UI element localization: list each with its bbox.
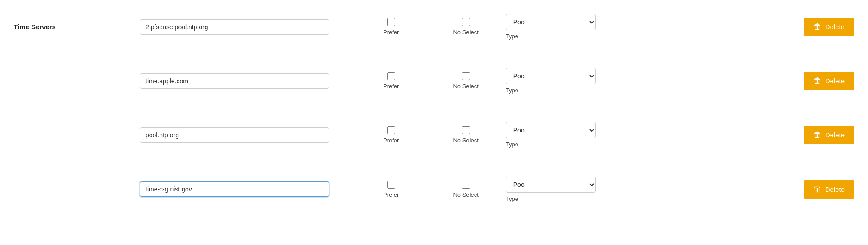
noselect-label: No Select bbox=[453, 137, 478, 144]
delete-col: 🗑Delete bbox=[804, 18, 854, 36]
time-server-row-1: Time ServersPreferNo SelectPoolServerPee… bbox=[0, 0, 868, 54]
checkbox-groups: PreferNo Select bbox=[356, 18, 479, 36]
type-select-3[interactable]: PoolServerPeerBroadcast bbox=[506, 122, 596, 138]
type-label: Type bbox=[506, 33, 596, 40]
prefer-checkbox-2[interactable] bbox=[387, 72, 395, 80]
prefer-checkbox-1[interactable] bbox=[387, 18, 395, 26]
delete-button-3[interactable]: 🗑Delete bbox=[804, 126, 854, 144]
type-label: Type bbox=[506, 87, 596, 94]
type-col: PoolServerPeerBroadcastType bbox=[506, 177, 596, 202]
delete-label: Delete bbox=[825, 186, 845, 193]
type-label: Type bbox=[506, 141, 596, 148]
delete-col: 🗑Delete bbox=[804, 126, 854, 144]
prefer-group: Prefer bbox=[383, 181, 399, 198]
server-input-1[interactable] bbox=[140, 19, 329, 35]
noselect-label: No Select bbox=[453, 83, 478, 90]
time-server-row-2: PreferNo SelectPoolServerPeerBroadcastTy… bbox=[0, 54, 868, 108]
noselect-group: No Select bbox=[453, 18, 478, 36]
type-col: PoolServerPeerBroadcastType bbox=[506, 122, 596, 148]
delete-col: 🗑Delete bbox=[804, 180, 854, 199]
trash-icon: 🗑 bbox=[813, 185, 822, 194]
server-input-col bbox=[140, 181, 329, 197]
prefer-label: Prefer bbox=[383, 29, 399, 36]
server-input-col bbox=[140, 127, 329, 143]
delete-button-2[interactable]: 🗑Delete bbox=[804, 72, 854, 90]
checkbox-groups: PreferNo Select bbox=[356, 126, 479, 144]
noselect-label: No Select bbox=[453, 191, 478, 198]
delete-button-4[interactable]: 🗑Delete bbox=[804, 180, 854, 199]
type-col: PoolServerPeerBroadcastType bbox=[506, 14, 596, 40]
delete-label: Delete bbox=[825, 131, 845, 139]
time-server-row-4: PreferNo SelectPoolServerPeerBroadcastTy… bbox=[0, 162, 868, 216]
type-col: PoolServerPeerBroadcastType bbox=[506, 68, 596, 94]
trash-icon: 🗑 bbox=[813, 22, 822, 32]
server-input-col bbox=[140, 73, 329, 89]
time-servers-section: Time ServersPreferNo SelectPoolServerPee… bbox=[0, 0, 868, 216]
type-select-4[interactable]: PoolServerPeerBroadcast bbox=[506, 177, 596, 193]
trash-icon: 🗑 bbox=[813, 130, 822, 140]
prefer-label: Prefer bbox=[383, 137, 399, 144]
noselect-group: No Select bbox=[453, 72, 478, 90]
type-select-2[interactable]: PoolServerPeerBroadcast bbox=[506, 68, 596, 84]
prefer-group: Prefer bbox=[383, 18, 399, 36]
server-input-2[interactable] bbox=[140, 73, 329, 89]
prefer-label: Prefer bbox=[383, 83, 399, 90]
delete-button-1[interactable]: 🗑Delete bbox=[804, 18, 854, 36]
noselect-group: No Select bbox=[453, 181, 478, 198]
delete-label: Delete bbox=[825, 77, 845, 85]
checkbox-groups: PreferNo Select bbox=[356, 72, 479, 90]
type-label: Type bbox=[506, 195, 596, 202]
prefer-group: Prefer bbox=[383, 126, 399, 144]
delete-col: 🗑Delete bbox=[804, 72, 854, 90]
prefer-label: Prefer bbox=[383, 191, 399, 198]
noselect-checkbox-1[interactable] bbox=[462, 18, 470, 26]
time-servers-label: Time Servers bbox=[14, 23, 140, 31]
prefer-checkbox-4[interactable] bbox=[387, 181, 395, 189]
prefer-group: Prefer bbox=[383, 72, 399, 90]
prefer-checkbox-3[interactable] bbox=[387, 126, 395, 134]
noselect-checkbox-3[interactable] bbox=[462, 126, 470, 134]
noselect-group: No Select bbox=[453, 126, 478, 144]
server-input-3[interactable] bbox=[140, 127, 329, 143]
time-servers-container: Time ServersPreferNo SelectPoolServerPee… bbox=[0, 0, 868, 245]
type-select-1[interactable]: PoolServerPeerBroadcast bbox=[506, 14, 596, 30]
server-input-col bbox=[140, 19, 329, 35]
time-server-row-3: PreferNo SelectPoolServerPeerBroadcastTy… bbox=[0, 108, 868, 162]
checkbox-groups: PreferNo Select bbox=[356, 181, 479, 198]
noselect-label: No Select bbox=[453, 29, 478, 36]
trash-icon: 🗑 bbox=[813, 76, 822, 86]
delete-label: Delete bbox=[825, 23, 845, 31]
server-input-4[interactable] bbox=[140, 181, 329, 197]
noselect-checkbox-4[interactable] bbox=[462, 181, 470, 189]
noselect-checkbox-2[interactable] bbox=[462, 72, 470, 80]
